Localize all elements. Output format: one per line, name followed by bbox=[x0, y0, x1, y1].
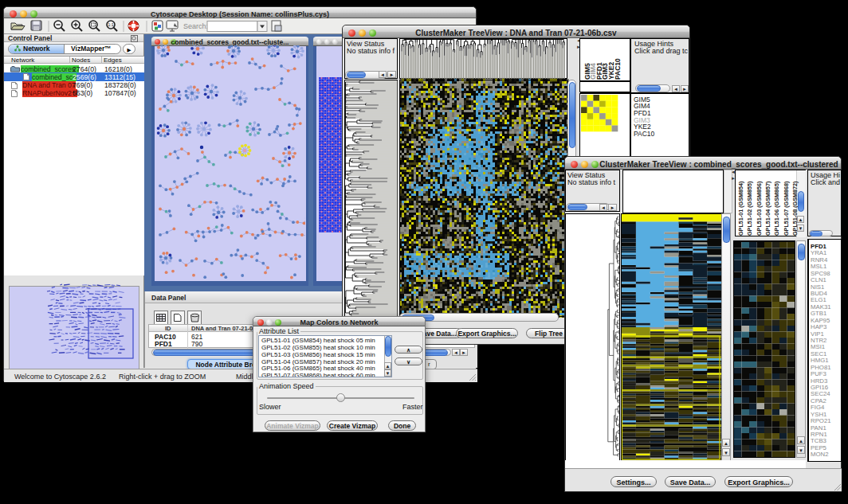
svg-text:Search:: Search: bbox=[183, 22, 208, 30]
svg-text:1:1: 1:1 bbox=[108, 22, 114, 27]
